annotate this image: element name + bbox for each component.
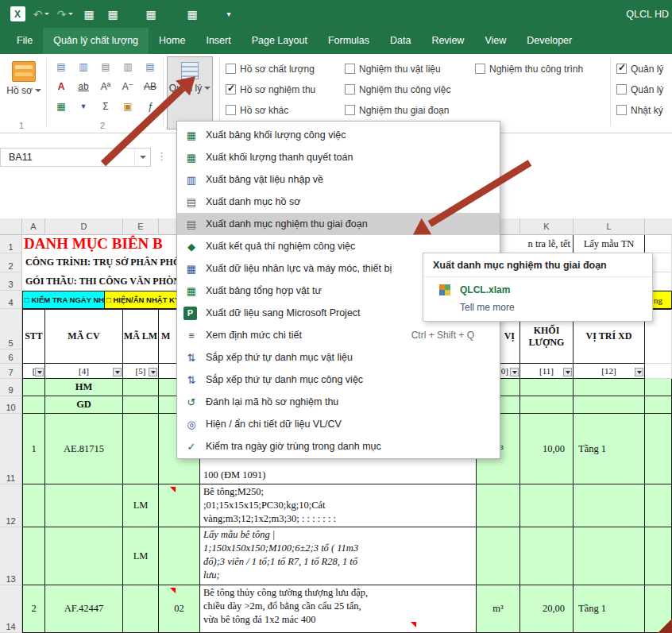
doc-copy-icon[interactable]: ▥ [73, 57, 94, 75]
header-cell-stt[interactable]: STT [22, 309, 45, 364]
menu-item-xuat-danh-muc-nghiem-thu-giai-doan[interactable]: ▤Xuất danh mục nghiệm thu giai đoạn [177, 213, 500, 235]
row-header-11[interactable]: 11 [0, 414, 22, 484]
checkbox-nhat-ky[interactable]: Nhật ký [616, 103, 663, 117]
select-all-corner[interactable] [0, 218, 22, 235]
cell[interactable] [22, 527, 45, 585]
cell[interactable] [520, 527, 574, 585]
tab-home[interactable]: Home [149, 28, 195, 54]
tab-page-layout[interactable]: Page Layout [241, 28, 318, 54]
cell-r11-qty[interactable]: 10,00 [520, 414, 574, 484]
cell[interactable] [123, 585, 159, 633]
checkbox-quan-ly-2[interactable]: Quản lý [616, 83, 663, 96]
cell[interactable] [45, 527, 123, 585]
cell[interactable] [22, 396, 45, 414]
cell[interactable] [645, 396, 672, 414]
row-header-3[interactable]: 3 [0, 272, 22, 291]
row-header-1[interactable]: 1 [0, 235, 22, 253]
menu-item-xuat-khoi-luong-thanh-quyet-toan[interactable]: ▦Xuất khối lượng thanh quyết toán [177, 146, 500, 168]
tab-quan-ly-chat-luong[interactable]: Quản lý chất lượng [43, 28, 149, 54]
col-header-e[interactable]: E [123, 218, 159, 235]
cell[interactable] [123, 414, 159, 484]
undo-icon[interactable]: ↶ [32, 4, 51, 25]
cell-r12-ma-lm[interactable]: LM [123, 484, 159, 527]
tab-data[interactable]: Data [380, 28, 421, 54]
cell[interactable] [520, 396, 574, 414]
tab-file[interactable]: File [6, 28, 43, 54]
cell[interactable] [574, 396, 645, 414]
checkbox-quan-ly-1[interactable]: Quản lý [616, 62, 663, 75]
cell[interactable] [159, 484, 200, 527]
cell-kiem-tra-ngay-button[interactable]: □ KIỂM TRA NGÀY NHẬ [22, 291, 105, 309]
cell-r12-desc[interactable]: Bê tông;M250; ;01;15x15x15;PC30;kg;10;Cá… [200, 484, 477, 527]
cell-r14-desc[interactable]: Bê tông thủy công tường thượng lưu đập, … [200, 585, 477, 633]
cell[interactable] [645, 414, 672, 484]
cell-hm[interactable]: HM [45, 379, 123, 396]
cell-r14-qty[interactable]: 20,00 [520, 585, 574, 633]
col-header-edge[interactable] [645, 218, 672, 235]
cell[interactable] [520, 379, 574, 396]
row-header-14[interactable]: 14 [0, 585, 22, 633]
filter-dropdown-icon[interactable] [510, 368, 519, 376]
checkbox-nghiem-thu-cong-trinh[interactable]: Nghiệm thu công trình [475, 62, 583, 75]
cell-r11-ma-cv[interactable]: AE.81715 [45, 414, 123, 484]
checkbox-nghiem-thu-vat-lieu[interactable]: Nghiệm thu vật liệu [345, 62, 450, 75]
table-icon[interactable]: ▦ [51, 97, 71, 115]
doc-copy-icon[interactable]: ▥ [118, 57, 138, 75]
menu-item-xuat-bang-vat-lieu-nhap-ve[interactable]: ▥Xuất bảng vật liệu nhập về [177, 168, 500, 191]
name-box[interactable]: BA11 [0, 148, 151, 167]
menu-item-hien-an-chi-tiet-du-lieu[interactable]: ◎Hiện / ẩn chi tiết dữ liệu VL/CV [177, 413, 500, 435]
cell[interactable] [574, 484, 645, 527]
cell-r11-stt[interactable]: 1 [22, 414, 45, 484]
menu-item-kiem-tra-ngay-gio-trung[interactable]: ✓Kiểm tra ngày giờ trùng trong danh mục [177, 435, 500, 457]
menu-item-xuat-bang-khoi-luong-cong-viec[interactable]: ▦Xuất bảng khối lượng công việc [177, 124, 500, 146]
filter-dropdown-icon[interactable] [635, 368, 643, 376]
redo-icon[interactable]: ↷ [56, 4, 75, 25]
filter-dropdown-icon[interactable] [113, 368, 122, 376]
menu-item-sap-xep-danh-muc-vat-lieu[interactable]: ⇅Sắp xếp thứ tự danh mục vật liệu [177, 346, 500, 369]
cell[interactable] [574, 527, 645, 585]
ho-so-button[interactable]: Hồ sơ [5, 56, 43, 125]
checkbox-ho-so-chat-luong[interactable]: Hồ sơ chất lượng [226, 62, 315, 75]
row-header-7[interactable]: 7 [0, 364, 22, 379]
font-size-icon[interactable]: Aª [95, 77, 116, 95]
cell-r14-stt[interactable]: 2 [22, 585, 45, 633]
header-cell-ma-lm[interactable]: MÃ LM [123, 309, 159, 364]
col-header-l[interactable]: L [574, 218, 645, 235]
cell-lay-mau-tn[interactable]: Lấy mẫu TN [574, 235, 645, 253]
cell[interactable] [645, 379, 672, 396]
row-header-6[interactable]: 6 [0, 349, 22, 364]
cell[interactable] [477, 527, 520, 585]
cell[interactable] [123, 396, 159, 414]
filter-dropdown-icon[interactable] [149, 368, 157, 376]
cell[interactable] [45, 484, 123, 527]
tab-formulas[interactable]: Formulas [318, 28, 380, 54]
filter-dropdown-icon[interactable] [35, 368, 44, 376]
filter-dropdown-icon[interactable] [563, 368, 572, 376]
doc-icon[interactable]: ▤ [95, 57, 116, 75]
menu-item-danh-lai-ma-ho-so-nghiem-thu[interactable]: ↺Đánh lại mã hồ sơ nghiệm thu [177, 391, 500, 413]
checkbox-ho-so-nghiem-thu[interactable]: Hồ sơ nghiệm thu [226, 83, 315, 96]
tell-me-more-link[interactable]: Tell me more [460, 302, 515, 313]
menu-item-sap-xep-danh-muc-cong-viec[interactable]: ⇅Sắp xếp thứ tự danh mục công việc [177, 369, 500, 391]
checkbox-nghiem-thu-giai-doan[interactable]: Nghiệm thu giai đoạn [345, 103, 450, 117]
row-header-2[interactable]: 2 [0, 253, 22, 272]
cells-icon[interactable]: ▣ [118, 97, 138, 115]
cell[interactable] [574, 379, 645, 396]
cell[interactable] [645, 364, 672, 379]
cell-r14-code[interactable]: 02 [159, 585, 200, 633]
filter-cell-l[interactable]: [12] [574, 364, 645, 379]
cell-r13-desc[interactable]: Lấy mẫu bê tông | 1;150x150x150;M100;6±2… [200, 527, 477, 585]
cell[interactable] [645, 484, 672, 527]
tab-review[interactable]: Review [421, 28, 474, 54]
doc-icon[interactable]: ▤ [51, 57, 71, 75]
cell[interactable] [123, 379, 159, 396]
rename-icon[interactable]: ab [73, 77, 94, 95]
row-header-13[interactable]: 13 [0, 527, 22, 585]
function-icon[interactable]: ƒ [140, 97, 160, 115]
tab-insert[interactable]: Insert [195, 28, 241, 54]
cell-r11-loc[interactable]: Tầng 1 [574, 414, 645, 484]
grid-icon[interactable]: ▦ [103, 4, 122, 25]
quan-ly-menu-button[interactable]: Quản lý [167, 56, 213, 129]
filter-cell-e[interactable]: [5] [123, 364, 159, 379]
col-header-k[interactable]: K [520, 218, 574, 235]
